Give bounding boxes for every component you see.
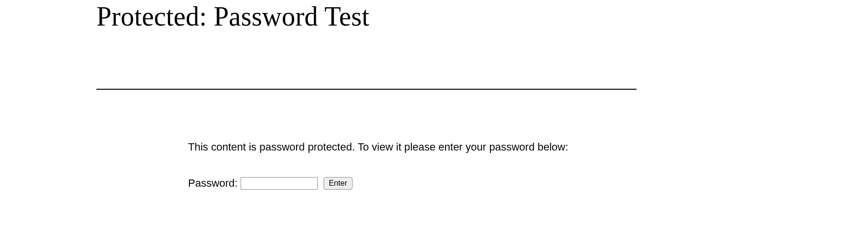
- protection-message: This content is password protected. To v…: [188, 140, 772, 155]
- page-title: Protected: Password Test: [96, 0, 772, 32]
- password-label: Password:: [188, 177, 238, 190]
- password-input[interactable]: [241, 177, 318, 190]
- content-area: This content is password protected. To v…: [96, 90, 772, 190]
- password-form: Password: Enter: [188, 177, 772, 190]
- enter-button[interactable]: Enter: [324, 177, 353, 190]
